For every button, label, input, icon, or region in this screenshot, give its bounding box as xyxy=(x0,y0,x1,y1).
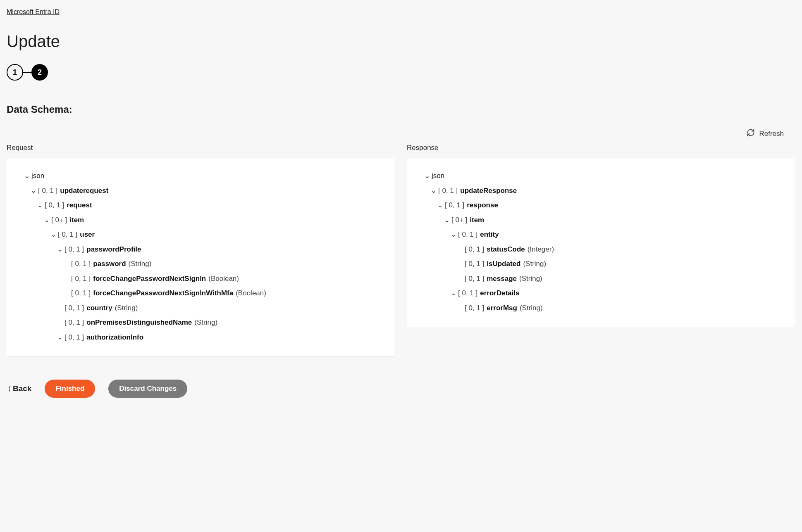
node-name: isUpdated xyxy=(487,259,520,269)
node-name: forceChangePasswordNextSignInWithMfa xyxy=(93,288,233,299)
node-name: item xyxy=(470,215,484,226)
request-panel: ⌄ json ⌄ [ 0, 1 ] updaterequest ⌄ [ 0, 1… xyxy=(7,159,395,356)
tree-node[interactable]: [ 0, 1 ] forceChangePasswordNextSignIn (… xyxy=(15,271,387,286)
tree-node[interactable]: ⌄ json xyxy=(415,169,787,183)
back-label: Back xyxy=(13,384,31,393)
node-cardinality: [ 0, 1 ] xyxy=(438,185,458,196)
node-cardinality: [ 0, 1 ] xyxy=(58,229,77,240)
chevron-down-icon[interactable]: ⌄ xyxy=(430,185,437,196)
node-name: passwordProfile xyxy=(86,244,141,255)
node-name: authorizationInfo xyxy=(86,332,143,343)
node-name: errorDetails xyxy=(480,288,519,299)
node-type: (Boolean) xyxy=(236,288,266,299)
node-cardinality: [ 0, 1 ] xyxy=(71,288,91,299)
finished-button[interactable]: Finished xyxy=(45,380,95,398)
tree-node[interactable]: [ 0, 1 ] password (String) xyxy=(15,256,387,271)
footer: ⟨ Back Finished Discard Changes xyxy=(7,380,795,398)
tree-node[interactable]: ⌄ json xyxy=(15,169,387,183)
tree-node[interactable]: [ 0, 1 ] forceChangePasswordNextSignInWi… xyxy=(15,286,387,301)
chevron-down-icon[interactable]: ⌄ xyxy=(450,288,457,299)
node-type: (Integer) xyxy=(528,244,554,255)
back-button[interactable]: ⟨ Back xyxy=(8,384,31,393)
node-name: updaterequest xyxy=(60,185,108,196)
tree-node[interactable]: [ 0, 1 ] message (String) xyxy=(415,271,787,286)
node-cardinality: [ 0+ ] xyxy=(51,215,67,226)
node-cardinality: [ 0, 1 ] xyxy=(465,303,484,314)
chevron-down-icon[interactable]: ⌄ xyxy=(443,215,451,226)
section-title: Data Schema: xyxy=(7,104,795,115)
refresh-icon xyxy=(747,128,755,139)
node-cardinality: [ 0, 1 ] xyxy=(458,229,477,240)
node-cardinality: [ 0, 1 ] xyxy=(45,200,64,211)
chevron-down-icon[interactable]: ⌄ xyxy=(423,171,431,181)
node-name: forceChangePasswordNextSignIn xyxy=(93,273,206,284)
tree-node[interactable]: ⌄ [ 0+ ] item xyxy=(15,213,387,228)
refresh-label: Refresh xyxy=(759,130,784,138)
tree-node[interactable]: ⌄ [ 0, 1 ] errorDetails xyxy=(415,286,787,301)
chevron-left-icon: ⟨ xyxy=(8,385,10,392)
node-root: json xyxy=(31,171,44,181)
node-name: request xyxy=(67,200,92,211)
node-type: (String) xyxy=(520,303,543,314)
request-panel-label: Request xyxy=(7,144,395,152)
tree-node[interactable]: ⌄ [ 0, 1 ] updateResponse xyxy=(415,183,787,198)
node-cardinality: [ 0, 1 ] xyxy=(465,259,484,269)
node-name: response xyxy=(467,200,498,211)
node-name: onPremisesDistinguishedName xyxy=(86,317,192,328)
tree-node[interactable]: ⌄ [ 0, 1 ] request xyxy=(15,198,387,213)
tree-node[interactable]: ⌄ [ 0, 1 ] entity xyxy=(415,227,787,242)
step-1[interactable]: 1 xyxy=(7,64,23,81)
refresh-button[interactable]: Refresh xyxy=(747,128,784,139)
node-cardinality: [ 0, 1 ] xyxy=(38,185,57,196)
tree-node[interactable]: ⌄ [ 0, 1 ] user xyxy=(15,227,387,242)
node-cardinality: [ 0, 1 ] xyxy=(64,303,84,314)
node-cardinality: [ 0, 1 ] xyxy=(445,200,464,211)
node-type: (String) xyxy=(523,259,546,269)
chevron-down-icon[interactable]: ⌄ xyxy=(437,200,444,211)
node-name: statusCode xyxy=(487,244,525,255)
node-cardinality: [ 0, 1 ] xyxy=(465,273,484,284)
tree-node[interactable]: [ 0, 1 ] onPremisesDistinguishedName (St… xyxy=(15,315,387,330)
chevron-down-icon[interactable]: ⌄ xyxy=(450,229,457,240)
discard-changes-button[interactable]: Discard Changes xyxy=(108,380,187,398)
tree-node[interactable]: [ 0, 1 ] statusCode (Integer) xyxy=(415,242,787,257)
tree-node[interactable]: [ 0, 1 ] isUpdated (String) xyxy=(415,256,787,271)
node-cardinality: [ 0, 1 ] xyxy=(465,244,484,255)
node-type: (String) xyxy=(129,259,152,269)
chevron-down-icon[interactable]: ⌄ xyxy=(43,215,50,226)
step-2[interactable]: 2 xyxy=(31,64,48,81)
breadcrumb-link[interactable]: Microsoft Entra ID xyxy=(7,8,60,16)
tree-node[interactable]: [ 0, 1 ] country (String) xyxy=(15,301,387,316)
tree-node[interactable]: ⌄ [ 0, 1 ] updaterequest xyxy=(15,183,387,198)
tree-node[interactable]: ⌄ [ 0, 1 ] passwordProfile xyxy=(15,242,387,257)
node-cardinality: [ 0, 1 ] xyxy=(458,288,477,299)
stepper: 1 2 xyxy=(7,64,795,81)
page-title: Update xyxy=(7,32,795,51)
node-name: errorMsg xyxy=(487,303,517,314)
node-cardinality: [ 0, 1 ] xyxy=(64,332,84,343)
chevron-down-icon[interactable]: ⌄ xyxy=(36,200,44,211)
node-type: (String) xyxy=(115,303,138,314)
tree-node[interactable]: ⌄ [ 0, 1 ] authorizationInfo xyxy=(15,330,387,345)
response-tree: ⌄ json ⌄ [ 0, 1 ] updateResponse ⌄ [ 0, … xyxy=(415,169,787,315)
tree-node[interactable]: [ 0, 1 ] errorMsg (String) xyxy=(415,301,787,316)
request-tree: ⌄ json ⌄ [ 0, 1 ] updaterequest ⌄ [ 0, 1… xyxy=(15,169,387,344)
node-name: password xyxy=(93,259,126,269)
tree-node[interactable]: ⌄ [ 0+ ] item xyxy=(415,213,787,228)
step-connector xyxy=(23,72,31,73)
node-cardinality: [ 0, 1 ] xyxy=(64,244,84,255)
chevron-down-icon[interactable]: ⌄ xyxy=(23,171,31,181)
node-name: item xyxy=(69,215,84,226)
chevron-down-icon[interactable]: ⌄ xyxy=(50,229,57,240)
node-cardinality: [ 0, 1 ] xyxy=(71,273,91,284)
chevron-down-icon[interactable]: ⌄ xyxy=(56,244,64,255)
tree-node[interactable]: ⌄ [ 0, 1 ] response xyxy=(415,198,787,213)
chevron-down-icon[interactable]: ⌄ xyxy=(30,185,37,196)
node-name: updateResponse xyxy=(460,185,517,196)
node-cardinality: [ 0, 1 ] xyxy=(64,317,84,328)
node-cardinality: [ 0+ ] xyxy=(451,215,467,226)
chevron-down-icon[interactable]: ⌄ xyxy=(56,332,64,343)
node-name: message xyxy=(487,273,517,284)
response-panel-label: Response xyxy=(407,144,795,152)
response-panel: ⌄ json ⌄ [ 0, 1 ] updateResponse ⌄ [ 0, … xyxy=(407,159,795,327)
